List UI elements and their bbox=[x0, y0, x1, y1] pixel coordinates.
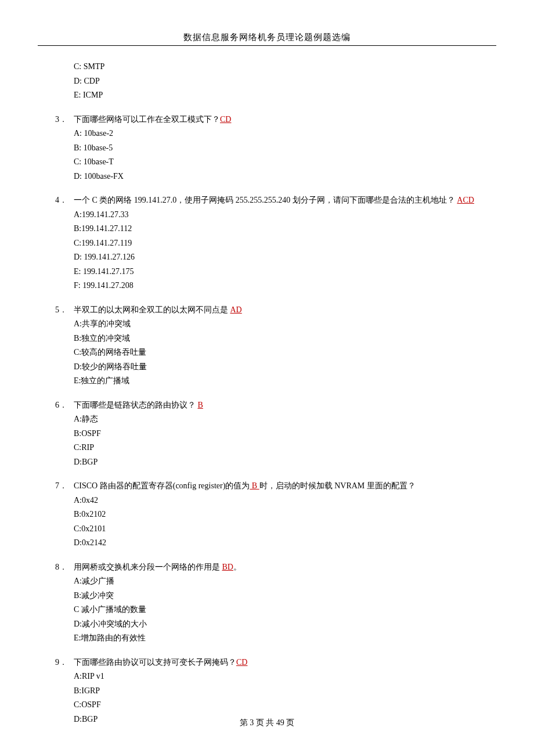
option: C:0x2101 bbox=[55, 522, 490, 537]
question-stem: 4． 一个 C 类的网络 199.141.27.0，使用子网掩码 255.255… bbox=[55, 193, 490, 208]
option: A:RIP v1 bbox=[55, 669, 490, 684]
option: C:199.141.27.119 bbox=[55, 236, 490, 251]
question-text-pre: 用网桥或交换机来分段一个网络的作用是 bbox=[74, 563, 222, 571]
prev-option: C: SMTP bbox=[55, 60, 490, 74]
question-4: 4． 一个 C 类的网络 199.141.27.0，使用子网掩码 255.255… bbox=[55, 193, 490, 293]
question-text: 用网桥或交换机来分段一个网络的作用是 BD。 bbox=[74, 560, 490, 575]
answer-key: AD bbox=[230, 305, 242, 314]
option: C:较高的网络吞吐量 bbox=[55, 345, 490, 360]
header-rule bbox=[38, 45, 496, 46]
option: B:独立的冲突域 bbox=[55, 332, 490, 346]
question-text-post: 。 bbox=[233, 563, 241, 571]
option: E:独立的广播域 bbox=[55, 374, 490, 388]
prev-option: D: CDP bbox=[55, 74, 490, 89]
question-stem: 5． 半双工的以太网和全双工的以太网不同点是 AD bbox=[55, 303, 490, 318]
option: A:减少广播 bbox=[55, 574, 490, 589]
question-stem: 9． 下面哪些路由协议可以支持可变长子网掩码？CD bbox=[55, 656, 490, 670]
question-3: 3． 下面哪些网络可以工作在全双工模式下？CD A: 10base-2 B: 1… bbox=[55, 113, 490, 184]
question-7: 7． CISCO 路由器的配置寄存器(config register)的值为 B… bbox=[55, 479, 490, 550]
question-number: 7． bbox=[55, 479, 74, 494]
question-number: 5． bbox=[55, 303, 74, 318]
option: B:OSPF bbox=[55, 427, 490, 441]
question-text: 下面哪些路由协议可以支持可变长子网掩码？CD bbox=[74, 656, 490, 670]
option: C: 10base-T bbox=[55, 155, 490, 170]
option: C:OSPF bbox=[55, 698, 490, 712]
option: D: 199.141.27.126 bbox=[55, 250, 490, 265]
option: A: 10base-2 bbox=[55, 127, 490, 141]
question-text-pre: 下面哪些网络可以工作在全双工模式下？ bbox=[74, 115, 220, 124]
question-text-pre: 一个 C 类的网络 199.141.27.0，使用子网掩码 255.255.25… bbox=[74, 196, 457, 204]
page-footer: 第 3 页 共 49 页 bbox=[0, 718, 534, 728]
question-text: 半双工的以太网和全双工的以太网不同点是 AD bbox=[74, 303, 490, 318]
question-5: 5． 半双工的以太网和全双工的以太网不同点是 AD A:共享的冲突域 B:独立的… bbox=[55, 303, 490, 388]
prev-option: E: ICMP bbox=[55, 88, 490, 103]
question-text-post: 时，启动的时候加载 NVRAM 里面的配置？ bbox=[259, 481, 416, 490]
option: D:BGP bbox=[55, 455, 490, 470]
answer-key: CD bbox=[220, 115, 231, 124]
option: D:减小冲突域的大小 bbox=[55, 617, 490, 632]
question-text-pre: 下面哪些路由协议可以支持可变长子网掩码？ bbox=[74, 658, 236, 667]
question-number: 6． bbox=[55, 398, 74, 413]
question-stem: 8． 用网桥或交换机来分段一个网络的作用是 BD。 bbox=[55, 560, 490, 575]
option: F: 199.141.27.208 bbox=[55, 279, 490, 293]
answer-key: B bbox=[250, 481, 259, 490]
question-text-pre: CISCO 路由器的配置寄存器(config register)的值为 bbox=[74, 481, 250, 490]
option: C 减小广播域的数量 bbox=[55, 603, 490, 617]
question-text: 下面哪些是链路状态的路由协议？ B bbox=[74, 398, 490, 413]
answer-key: CD bbox=[236, 658, 247, 667]
question-6: 6． 下面哪些是链路状态的路由协议？ B A:静态 B:OSPF C:RIP D… bbox=[55, 398, 490, 470]
answer-key: ACD bbox=[457, 196, 474, 204]
answer-key: B bbox=[198, 401, 203, 409]
answer-key: BD bbox=[222, 563, 233, 571]
question-9: 9． 下面哪些路由协议可以支持可变长子网掩码？CD A:RIP v1 B:IGR… bbox=[55, 656, 490, 727]
option: E:增加路由的有效性 bbox=[55, 631, 490, 646]
question-8: 8． 用网桥或交换机来分段一个网络的作用是 BD。 A:减少广播 B:减少冲突 … bbox=[55, 560, 490, 646]
option: E: 199.141.27.175 bbox=[55, 265, 490, 279]
question-stem: 3． 下面哪些网络可以工作在全双工模式下？CD bbox=[55, 113, 490, 127]
question-text-pre: 下面哪些是链路状态的路由协议？ bbox=[74, 401, 198, 409]
question-stem: 7． CISCO 路由器的配置寄存器(config register)的值为 B… bbox=[55, 479, 490, 494]
question-number: 4． bbox=[55, 193, 74, 208]
option: C:RIP bbox=[55, 441, 490, 455]
question-stem: 6． 下面哪些是链路状态的路由协议？ B bbox=[55, 398, 490, 413]
question-text-pre: 半双工的以太网和全双工的以太网不同点是 bbox=[74, 305, 230, 314]
option: B: 10base-5 bbox=[55, 141, 490, 156]
question-number: 8． bbox=[55, 560, 74, 575]
option: A:共享的冲突域 bbox=[55, 317, 490, 332]
option: B:IGRP bbox=[55, 684, 490, 699]
page-header-title: 数据信息服务网络机务员理论题例题选编 bbox=[38, 32, 496, 45]
question-text: CISCO 路由器的配置寄存器(config register)的值为 B 时，… bbox=[74, 479, 490, 494]
option: B:减少冲突 bbox=[55, 589, 490, 603]
option: D:0x2142 bbox=[55, 536, 490, 550]
question-text: 下面哪些网络可以工作在全双工模式下？CD bbox=[74, 113, 490, 127]
option: A:静态 bbox=[55, 412, 490, 427]
option: B:199.141.27.112 bbox=[55, 222, 490, 236]
option: B:0x2102 bbox=[55, 507, 490, 522]
option: D: 100base-FX bbox=[55, 170, 490, 184]
option: D:较少的网络吞吐量 bbox=[55, 360, 490, 375]
option: A:199.141.27.33 bbox=[55, 208, 490, 222]
question-number: 3． bbox=[55, 113, 74, 127]
document-page: 数据信息服务网络机务员理论题例题选编 C: SMTP D: CDP E: ICM… bbox=[0, 0, 534, 726]
content-area: C: SMTP D: CDP E: ICMP 3． 下面哪些网络可以工作在全双工… bbox=[38, 60, 496, 726]
question-text: 一个 C 类的网络 199.141.27.0，使用子网掩码 255.255.25… bbox=[74, 193, 490, 208]
option: A:0x42 bbox=[55, 494, 490, 508]
question-number: 9． bbox=[55, 656, 74, 670]
